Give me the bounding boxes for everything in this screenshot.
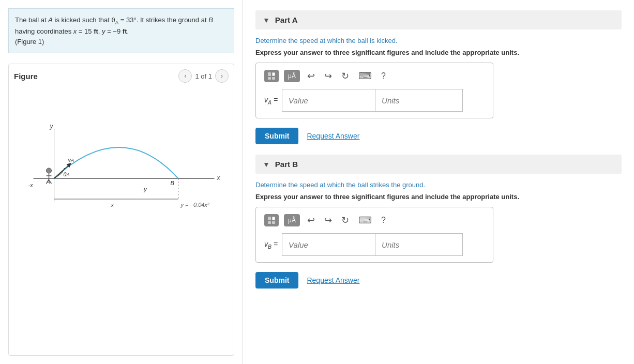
- part-b-express-text: Express your answer to three significant…: [255, 193, 622, 201]
- part-a-request-answer-button[interactable]: Request Answer: [307, 132, 359, 140]
- part-b-var-label: vB =: [264, 240, 278, 250]
- part-b-request-answer-button[interactable]: Request Answer: [307, 276, 359, 284]
- part-a-value-input[interactable]: [282, 89, 375, 112]
- part-a-label: Part A: [275, 16, 298, 24]
- svg-text:x: x: [111, 202, 114, 208]
- svg-text:-y: -y: [142, 186, 148, 192]
- part-a-submit-row: Submit Request Answer: [255, 128, 622, 144]
- part-a-determine-text: Determine the speed at which the ball is…: [255, 37, 622, 44]
- svg-text:y = −0.04x²: y = −0.04x²: [180, 202, 209, 208]
- part-a-grid-button[interactable]: [264, 70, 279, 82]
- part-a-refresh-button[interactable]: ↻: [339, 69, 351, 83]
- part-a-toolbar: μÅ ↩ ↪ ↻ ⌨ ?: [264, 69, 485, 83]
- part-a-express-text: Express your answer to three significant…: [255, 49, 622, 56]
- left-panel: The ball at A is kicked such that θA = 3…: [0, 0, 243, 364]
- part-b-refresh-button[interactable]: ↻: [339, 214, 351, 227]
- var-B: B: [208, 16, 213, 24]
- next-figure-button[interactable]: ›: [215, 69, 229, 83]
- part-a-help-button[interactable]: ?: [379, 70, 388, 82]
- part-a-undo-button[interactable]: ↩: [305, 69, 317, 83]
- part-b-header: ▼ Part B: [255, 155, 622, 174]
- part-b-submit-button[interactable]: Submit: [255, 272, 298, 289]
- figure-svg: x y -x -y A θA vA B: [14, 88, 229, 222]
- part-b-redo-button[interactable]: ↪: [322, 214, 334, 227]
- problem-statement: The ball at A is kicked such that θA = 3…: [8, 8, 234, 53]
- part-a-unit-button[interactable]: μÅ: [284, 70, 300, 82]
- part-b-label: Part B: [275, 160, 298, 169]
- part-b-toolbar: μÅ ↩ ↪ ↻ ⌨ ?: [264, 214, 485, 227]
- part-b-submit-row: Submit Request Answer: [255, 272, 622, 289]
- part-b-keyboard-button[interactable]: ⌨: [356, 214, 374, 227]
- part-a-units-input[interactable]: [375, 89, 463, 112]
- part-b-section: ▼ Part B Determine the speed at which th…: [255, 155, 622, 289]
- svg-text:x: x: [217, 174, 221, 181]
- part-b-undo-button[interactable]: ↩: [305, 214, 317, 227]
- part-a-header: ▼ Part A: [255, 10, 622, 29]
- figure-header: Figure ‹ 1 of 1 ›: [14, 69, 229, 83]
- part-b-input-row: vB =: [264, 233, 485, 256]
- part-a-input-row: vA =: [264, 89, 485, 112]
- svg-text:y: y: [50, 123, 54, 130]
- part-a-submit-button[interactable]: Submit: [255, 128, 298, 144]
- part-b-collapse-arrow[interactable]: ▼: [263, 160, 270, 169]
- figure-title: Figure: [14, 72, 38, 81]
- part-b-units-input[interactable]: [375, 233, 463, 256]
- figure-count: 1 of 1: [195, 72, 212, 80]
- part-b-grid-button[interactable]: [264, 214, 279, 226]
- part-a-redo-button[interactable]: ↪: [322, 69, 334, 83]
- part-b-answer-box: μÅ ↩ ↪ ↻ ⌨ ? vB =: [255, 207, 493, 263]
- svg-text:B: B: [171, 180, 174, 186]
- part-b-unit-button[interactable]: μÅ: [284, 214, 300, 226]
- svg-text:-x: -x: [28, 182, 34, 188]
- part-b-value-input[interactable]: [282, 233, 375, 256]
- right-panel: ▼ Part A Determine the speed at which th…: [243, 0, 634, 364]
- figure-section: Figure ‹ 1 of 1 › x y -x -y: [8, 64, 234, 356]
- figure-image: x y -x -y A θA vA B: [14, 88, 229, 222]
- svg-text:vA: vA: [68, 157, 74, 163]
- part-a-var-label: vA =: [264, 96, 278, 105]
- part-a-answer-box: μÅ ↩ ↪ ↻ ⌨ ? vA =: [255, 63, 493, 118]
- svg-point-15: [47, 168, 52, 173]
- part-a-section: ▼ Part A Determine the speed at which th…: [255, 10, 622, 144]
- part-a-keyboard-button[interactable]: ⌨: [356, 69, 374, 83]
- svg-text:θA: θA: [64, 171, 70, 177]
- part-a-collapse-arrow[interactable]: ▼: [263, 16, 270, 24]
- prev-figure-button[interactable]: ‹: [178, 69, 192, 83]
- figure-nav: ‹ 1 of 1 ›: [178, 69, 229, 83]
- part-b-help-button[interactable]: ?: [379, 215, 388, 226]
- part-b-determine-text: Determine the speed at which the ball st…: [255, 181, 622, 189]
- var-A: A: [48, 16, 53, 24]
